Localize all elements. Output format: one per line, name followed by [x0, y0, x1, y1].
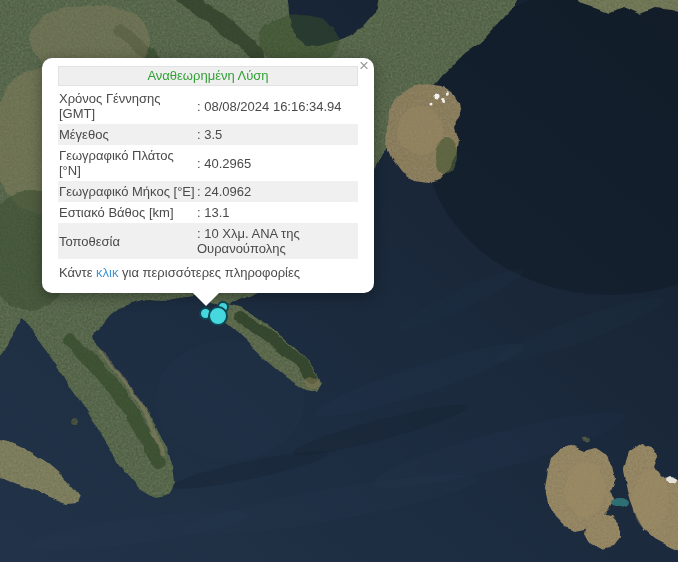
- footer-text-suffix: για περισσότερες πληροφορίες: [118, 265, 300, 280]
- more-info-link[interactable]: κλικ: [96, 265, 118, 280]
- row-label: Γεωγραφικό Πλάτος [°N]: [58, 148, 197, 178]
- table-row: Γεωγραφικό Πλάτος [°N]: 40.2965: [58, 145, 358, 181]
- row-value: : 3.5: [197, 127, 358, 142]
- map-viewport: × Αναθεωρημένη Λύση Χρόνος Γέννησης [GMT…: [0, 0, 678, 562]
- table-row: Εστιακό Βάθος [km]: 13.1: [58, 202, 358, 223]
- earthquake-marker-main[interactable]: [208, 306, 228, 326]
- table-row: Μέγεθος: 3.5: [58, 124, 358, 145]
- row-value: : 13.1: [197, 205, 358, 220]
- row-value: : 24.0962: [197, 184, 358, 199]
- row-label: Τοποθεσία: [58, 234, 197, 249]
- popup-table: Χρόνος Γέννησης [GMT]: 08/08/2024 16:16:…: [58, 88, 358, 259]
- row-label: Μέγεθος: [58, 127, 197, 142]
- row-value: : 40.2965: [197, 156, 358, 171]
- row-label: Χρόνος Γέννησης [GMT]: [58, 91, 197, 121]
- close-icon[interactable]: ×: [359, 57, 369, 74]
- table-row: Γεωγραφικό Μήκος [°E]: 24.0962: [58, 181, 358, 202]
- table-row: Τοποθεσία: 10 Χλμ. ΑΝΑ της Ουρανούπολης: [58, 223, 358, 259]
- earthquake-popup: × Αναθεωρημένη Λύση Χρόνος Γέννησης [GMT…: [42, 58, 374, 293]
- row-label: Γεωγραφικό Μήκος [°E]: [58, 184, 197, 199]
- row-value: : 10 Χλμ. ΑΝΑ της Ουρανούπολης: [197, 226, 358, 256]
- popup-footer: Κάντε κλικ για περισσότερες πληροφορίες: [58, 263, 358, 281]
- popup-tail: [192, 292, 220, 306]
- footer-text-prefix: Κάντε: [59, 265, 96, 280]
- table-row: Χρόνος Γέννησης [GMT]: 08/08/2024 16:16:…: [58, 88, 358, 124]
- row-value: : 08/08/2024 16:16:34.94: [197, 99, 358, 114]
- row-label: Εστιακό Βάθος [km]: [58, 205, 197, 220]
- popup-title: Αναθεωρημένη Λύση: [58, 66, 358, 86]
